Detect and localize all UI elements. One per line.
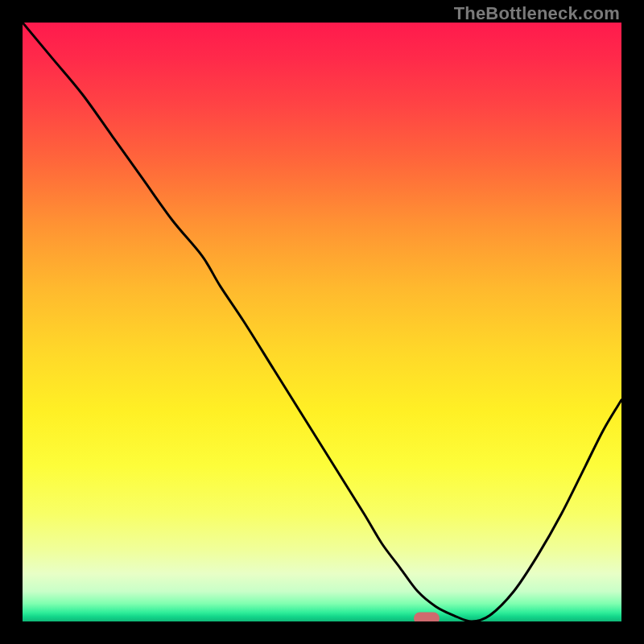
bottleneck-curve-svg — [23, 23, 621, 621]
chart-frame: TheBottleneck.com — [0, 0, 644, 644]
optimal-point-marker — [414, 613, 440, 621]
watermark-label: TheBottleneck.com — [454, 3, 620, 24]
bottleneck-curve-path — [23, 23, 621, 621]
plot-area — [23, 23, 621, 621]
